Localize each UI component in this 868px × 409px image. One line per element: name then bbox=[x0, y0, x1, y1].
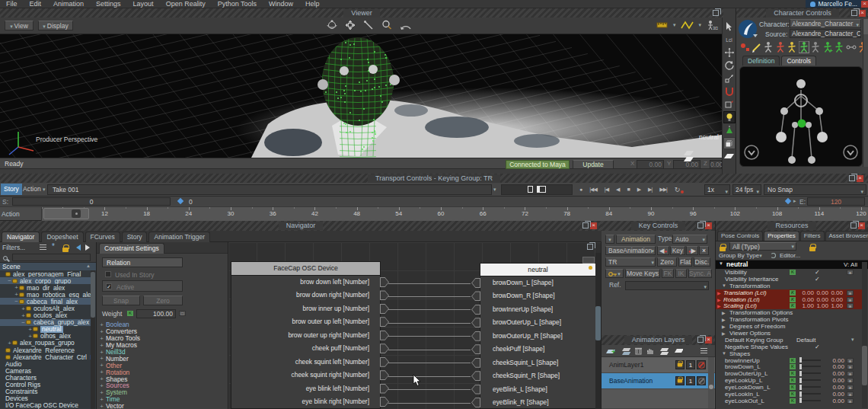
timeline-scrubber[interactable] bbox=[43, 208, 89, 219]
fps-dropdown[interactable]: 24 fps▾ bbox=[732, 184, 761, 195]
tree-item-alex-corpo-grupo[interactable]: −alex_corpo_grupo bbox=[0, 277, 91, 284]
property-rotation-lcl[interactable]: ▶Rotation (Lcl)K0.000.000.00a bbox=[716, 296, 862, 303]
character-red-icon[interactable] bbox=[775, 41, 786, 53]
goto-start-button[interactable]: |◀◀ bbox=[586, 184, 601, 196]
constraint-settings-tab[interactable]: Constraint Settings bbox=[99, 243, 164, 254]
tab-animation-trigger[interactable]: Animation Trigger bbox=[148, 232, 210, 242]
key-icon[interactable]: K bbox=[790, 398, 796, 404]
menu-file[interactable]: File bbox=[0, 0, 24, 8]
shape-property-browouterup-l[interactable]: browOuterUp_LK0.00a bbox=[716, 370, 862, 377]
previous-frame-button[interactable]: ◀ bbox=[612, 184, 623, 196]
key-icon[interactable]: K bbox=[790, 270, 796, 275]
input-socket[interactable] bbox=[471, 344, 480, 354]
target-plug-browdown-r-shape[interactable]: browDown_R [Shape] bbox=[480, 289, 595, 302]
tab-pose-controls[interactable]: Pose Controls bbox=[717, 231, 763, 241]
update-button[interactable]: Update bbox=[573, 160, 614, 169]
tree-item-oculos-alex[interactable]: +oculos_alex bbox=[0, 312, 91, 319]
expand-toggle[interactable]: + bbox=[99, 369, 104, 375]
layer-list-options-icon[interactable] bbox=[700, 348, 707, 353]
scale-icon[interactable] bbox=[723, 72, 736, 85]
tree-item-alex-roupas-grupo[interactable]: +alex_roupas_grupo bbox=[0, 340, 91, 347]
tab-properties[interactable]: Properties bbox=[764, 231, 799, 241]
input-socket[interactable] bbox=[471, 398, 480, 407]
slider-knob[interactable] bbox=[799, 378, 802, 383]
value-2[interactable]: 1.00 bbox=[826, 302, 843, 309]
key-icon[interactable]: K bbox=[790, 358, 796, 363]
target-plug-cheekpuff-shape[interactable]: cheekPuff [Shape] bbox=[480, 343, 595, 356]
property-translation-lcl[interactable]: ▶Translation (Lcl)K0.000.000.00a bbox=[716, 289, 862, 296]
key-icon[interactable]: K bbox=[790, 297, 796, 302]
float-panel-icon[interactable] bbox=[697, 222, 704, 228]
property-group-viewer-options[interactable]: ▶Viewer Options bbox=[716, 330, 862, 337]
loop-button[interactable]: ↻ bbox=[671, 184, 685, 196]
input-socket[interactable] bbox=[471, 331, 480, 341]
shape-value[interactable]: 0.00 bbox=[825, 384, 844, 391]
play-speed-dropdown[interactable]: 1x▾ bbox=[704, 184, 730, 195]
tree-item-neutral[interactable]: +neutral bbox=[0, 326, 91, 333]
property-visibility[interactable]: VisibilityK✓a bbox=[716, 269, 862, 276]
tab-definition[interactable]: Definition bbox=[742, 56, 780, 66]
relation-target-node[interactable]: neutral browDown_L [Shape]browDown_R [Sh… bbox=[480, 263, 596, 409]
tab-story[interactable]: Story bbox=[122, 232, 148, 242]
link-icon[interactable] bbox=[846, 41, 857, 53]
input-socket[interactable] bbox=[471, 318, 480, 328]
tab-asset-browser[interactable]: Asset Browser bbox=[825, 231, 868, 241]
shape-value[interactable]: 0.00 bbox=[825, 363, 844, 370]
tree-item-mao-dir-alex[interactable]: +mao_dir_alex bbox=[0, 284, 91, 291]
value-2[interactable]: 0.00 bbox=[826, 289, 843, 296]
group-arrow-icon[interactable]: ▼ bbox=[722, 351, 726, 356]
flatten-layers-icon[interactable] bbox=[673, 347, 683, 355]
output-socket[interactable] bbox=[380, 277, 389, 287]
filters-button[interactable]: Filters... bbox=[2, 244, 25, 251]
key-icon[interactable]: K bbox=[790, 378, 796, 383]
input-socket[interactable] bbox=[471, 291, 480, 301]
slider-knob[interactable] bbox=[799, 385, 802, 390]
resources-scrollbar[interactable] bbox=[862, 262, 867, 408]
row-arrow-icon[interactable]: ▶ bbox=[717, 297, 721, 302]
close-panel-icon[interactable]: × bbox=[857, 175, 863, 182]
target-plug-eyeblink-r-shape[interactable]: eyeBlink_R [Shape] bbox=[480, 396, 595, 409]
slider-knob[interactable] bbox=[799, 364, 802, 369]
layer-lock-icon[interactable] bbox=[675, 360, 685, 369]
ruler-tool-dropdown[interactable]: ▾ bbox=[673, 22, 676, 28]
character-small-icon[interactable] bbox=[810, 41, 821, 53]
float-panel-icon[interactable] bbox=[697, 337, 704, 343]
action-mode-dropdown[interactable]: Action ▾ bbox=[23, 184, 46, 195]
tree-scroll-up-icon[interactable]: ▲ bbox=[86, 264, 91, 268]
node-options-icon[interactable] bbox=[582, 257, 595, 264]
key-tool-dropdown[interactable]: ▾ bbox=[605, 269, 624, 278]
flat-button[interactable]: Flat bbox=[678, 257, 692, 267]
rotate-icon[interactable] bbox=[723, 59, 736, 72]
character-3d-icon[interactable]: 3D bbox=[706, 20, 718, 30]
shape-value[interactable]: 0.00 bbox=[825, 391, 844, 398]
character-select-dropdown[interactable]: Alexandre_Character▾ bbox=[790, 19, 861, 28]
shape-slider[interactable] bbox=[799, 386, 821, 388]
expand-toggle[interactable]: − bbox=[21, 319, 26, 326]
mirror-character-icon[interactable] bbox=[834, 41, 844, 53]
group-arrow-icon[interactable]: ▶ bbox=[722, 310, 726, 315]
expand-toggle[interactable]: + bbox=[14, 291, 19, 298]
tree-item-control-rigs[interactable]: Control Rigs bbox=[0, 382, 91, 388]
zero-button[interactable]: Zero bbox=[143, 296, 183, 305]
group-arrow-icon[interactable]: ▶ bbox=[722, 324, 726, 329]
display-menu-button[interactable]: ▾ Display bbox=[38, 21, 73, 30]
relation-source-node[interactable]: FaceCap OSC Device brow down left [Numbe… bbox=[231, 261, 381, 409]
magnify-icon[interactable] bbox=[381, 19, 393, 31]
anim-node-icon[interactable]: a bbox=[847, 385, 854, 390]
property-group-degrees-of-freedom[interactable]: ▶Degrees of Freedom bbox=[716, 323, 862, 330]
weight-key-icon[interactable]: K bbox=[127, 311, 133, 316]
shape-property-browdown-l[interactable]: browDown_LK0.00a bbox=[716, 363, 862, 370]
expand-toggle[interactable]: + bbox=[7, 340, 12, 347]
source-plug-eye-blink-left-number[interactable]: eye blink left [Number] bbox=[231, 382, 380, 395]
shape-value[interactable]: 0.00 bbox=[825, 377, 844, 384]
input-socket[interactable] bbox=[471, 278, 480, 288]
checkmark-icon[interactable]: ✓ bbox=[815, 269, 820, 276]
pan-icon[interactable] bbox=[344, 19, 356, 31]
type-filter-dropdown[interactable]: All (Type)▾ bbox=[729, 242, 796, 251]
normals-icon[interactable] bbox=[723, 124, 736, 136]
layers-icon[interactable] bbox=[723, 150, 736, 162]
source-plug-brow-down-right-number[interactable]: brow down right [Number] bbox=[231, 289, 380, 302]
next-frame-button[interactable]: ▶| bbox=[644, 184, 656, 196]
input-socket[interactable] bbox=[471, 358, 480, 368]
property-default-keying-group[interactable]: Default Keying GroupDefault▾ bbox=[716, 337, 862, 343]
